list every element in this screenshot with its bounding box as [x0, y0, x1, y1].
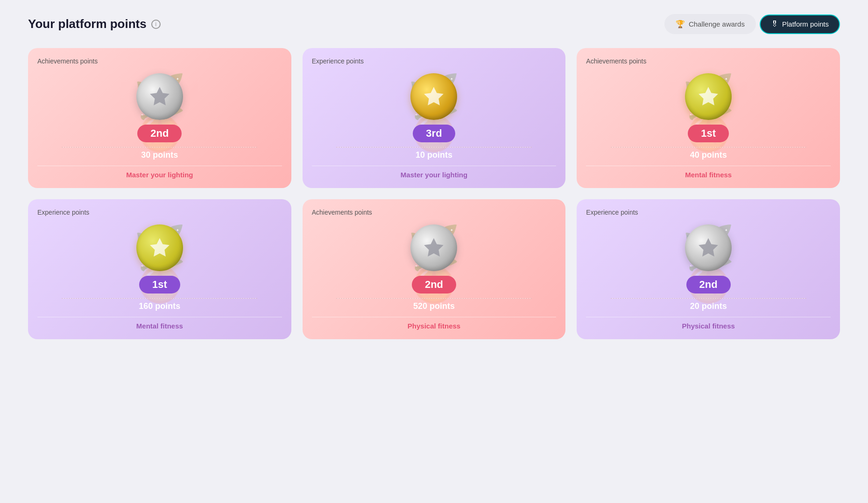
card-center: 🏅 🌿 ✦ ✦ 2nd 520 points — [312, 221, 557, 317]
star-icon — [422, 236, 445, 259]
card-footer: Master your lighting — [312, 166, 557, 179]
card-title: Mental fitness — [37, 322, 282, 330]
divider — [336, 147, 532, 147]
medal: ✦ ✦ — [136, 224, 183, 271]
card-footer: Mental fitness — [37, 317, 282, 330]
points-text: 520 points — [413, 301, 455, 311]
points-text: 20 points — [690, 301, 727, 311]
star-icon — [697, 85, 720, 108]
star-icon — [148, 236, 171, 259]
sparkle-bl: ✦ — [690, 264, 692, 267]
card-footer: Physical fitness — [312, 317, 557, 330]
card-title: Physical fitness — [586, 322, 831, 330]
sparkle-bl: ✦ — [415, 264, 417, 267]
divider — [336, 298, 532, 299]
card-center: 🏅 🌿 ✦ ✦ 3rd 10 points — [312, 70, 557, 166]
points-text: 10 points — [416, 150, 452, 160]
card-type-label: Achievements points — [312, 209, 372, 216]
points-text: 160 points — [139, 301, 180, 311]
star-icon — [422, 85, 445, 108]
card-3[interactable]: Achievements points 🏅 🌿 ✦ ✦ 1st — [577, 48, 840, 188]
card-type-label: Achievements points — [586, 57, 646, 65]
sparkle-tr: ✦ — [725, 228, 728, 232]
card-type-label: Experience points — [586, 209, 638, 216]
card-footer: Physical fitness — [586, 317, 831, 330]
divider — [62, 147, 257, 147]
rank-badge: 2nd — [137, 125, 182, 142]
sparkle-tr: ✦ — [725, 77, 728, 81]
rank-badge: 1st — [139, 276, 180, 293]
medal: ✦ ✦ — [410, 224, 457, 271]
divider — [62, 298, 257, 299]
rank-badge: 1st — [688, 125, 729, 142]
platform-points-icon: 🎖 — [771, 20, 778, 28]
sparkle-tr: ✦ — [450, 228, 453, 232]
sparkle-bl: ✦ — [141, 264, 143, 267]
card-title: Physical fitness — [312, 322, 557, 330]
challenge-awards-icon: 🏆 — [676, 20, 685, 28]
info-icon[interactable]: i — [151, 20, 161, 29]
card-title: Master your lighting — [37, 171, 282, 179]
tab-challenge-awards-label: Challenge awards — [689, 20, 745, 28]
star-icon — [697, 236, 720, 259]
medal: ✦ ✦ — [685, 73, 732, 120]
card-6[interactable]: Experience points 🏅 🌿 ✦ ✦ 2nd 2 — [577, 199, 840, 339]
card-footer: Master your lighting — [37, 166, 282, 179]
card-center: 🏅 🌿 ✦ ✦ 2nd 30 points — [37, 70, 282, 166]
card-title: Mental fitness — [586, 171, 831, 179]
card-type-label: Experience points — [37, 209, 89, 216]
points-text: 30 points — [141, 150, 178, 160]
card-center: 🏅 🌿 ✦ ✦ 1st 40 points — [586, 70, 831, 166]
card-type-label: Achievements points — [37, 57, 98, 65]
rank-badge: 2nd — [412, 276, 456, 293]
card-2[interactable]: Experience points 🏅 🌿 ✦ ✦ 3rd 1 — [303, 48, 566, 188]
tab-group: 🏆 Challenge awards 🎖 Platform points — [664, 14, 840, 34]
page-title: Your platform points — [28, 17, 147, 31]
card-title: Master your lighting — [312, 171, 557, 179]
cards-grid: Achievements points 🏅 🌿 ✦ ✦ 2nd — [28, 48, 840, 339]
sparkle-tr: ✦ — [176, 228, 179, 232]
rank-badge: 2nd — [686, 276, 731, 293]
sparkle-bl: ✦ — [141, 113, 143, 116]
rank-badge: 3rd — [413, 125, 455, 142]
tab-platform-points-label: Platform points — [782, 20, 829, 28]
card-center: 🏅 🌿 ✦ ✦ 2nd 20 points — [586, 221, 831, 317]
divider — [611, 147, 806, 147]
medal: ✦ ✦ — [410, 73, 457, 120]
tab-platform-points[interactable]: 🎖 Platform points — [760, 14, 840, 34]
sparkle-tr: ✦ — [176, 77, 179, 81]
medal: ✦ ✦ — [685, 224, 732, 271]
card-5[interactable]: Achievements points 🏅 🌿 ✦ ✦ 2nd — [303, 199, 566, 339]
sparkle-bl: ✦ — [415, 113, 417, 116]
points-text: 40 points — [690, 150, 727, 160]
sparkle-tr: ✦ — [450, 77, 453, 81]
card-4[interactable]: Experience points 🏅 🌿 ✦ ✦ 1st 1 — [28, 199, 291, 339]
divider — [611, 298, 806, 299]
sparkle-bl: ✦ — [690, 113, 692, 116]
tab-challenge-awards[interactable]: 🏆 Challenge awards — [664, 14, 756, 34]
card-center: 🏅 🌿 ✦ ✦ 1st 160 points — [37, 221, 282, 317]
card-1[interactable]: Achievements points 🏅 🌿 ✦ ✦ 2nd — [28, 48, 291, 188]
medal: ✦ ✦ — [136, 73, 183, 120]
header-title-group: Your platform points i — [28, 17, 161, 31]
page-header: Your platform points i 🏆 Challenge award… — [28, 14, 840, 34]
card-footer: Mental fitness — [586, 166, 831, 179]
star-icon — [148, 85, 171, 108]
card-type-label: Experience points — [312, 57, 364, 65]
